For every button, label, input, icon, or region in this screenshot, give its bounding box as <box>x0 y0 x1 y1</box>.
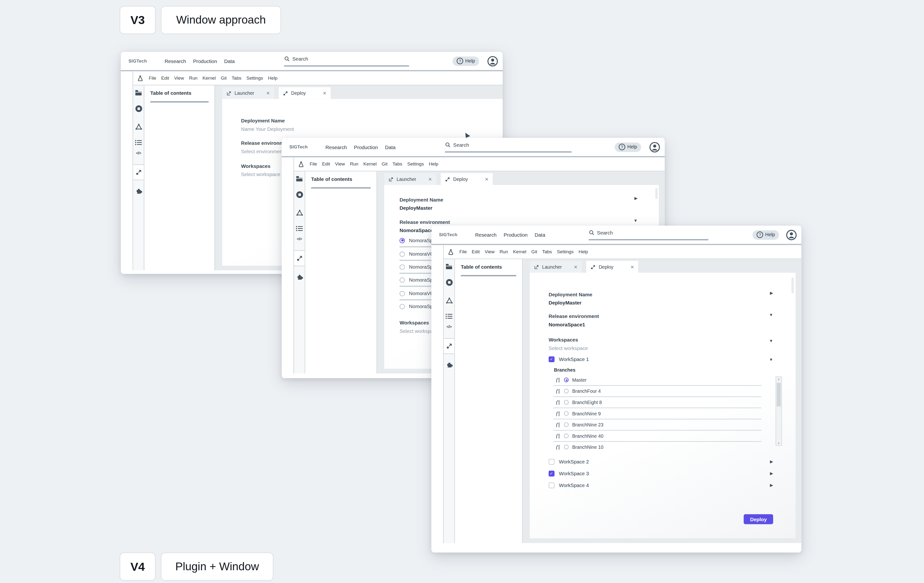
menu-edit[interactable]: Edit <box>472 249 480 254</box>
code-console-icon[interactable]: </> <box>136 151 141 155</box>
tab-launcher-close-icon[interactable]: ✕ <box>574 264 578 269</box>
nav-production[interactable]: Production <box>503 232 528 238</box>
menu-file[interactable]: File <box>149 75 156 81</box>
deployment-name-field[interactable]: Deployment Name Name Your Deployment <box>241 118 294 132</box>
expand-tool-cell[interactable] <box>133 164 144 180</box>
help-button[interactable]: ? Help <box>752 230 779 239</box>
toc-list-icon[interactable] <box>446 313 452 319</box>
workspace-row-2[interactable]: WorkSpace 2 ▶ <box>549 459 773 464</box>
user-avatar[interactable] <box>649 142 660 152</box>
nav-research[interactable]: Research <box>475 232 497 238</box>
checkbox-checked-icon[interactable]: ✓ <box>549 356 554 362</box>
tab-launcher[interactable]: Launcher ✕ <box>530 261 582 273</box>
menu-kernel[interactable]: Kernel <box>202 75 216 81</box>
deployment-collapse-icon[interactable]: ▶ <box>635 196 638 201</box>
workspace-collapse-icon[interactable]: ▶ <box>770 483 773 488</box>
menu-file[interactable]: File <box>459 249 467 254</box>
deployment-name-field[interactable]: Deployment Name DeployMaster <box>549 292 592 305</box>
menu-view[interactable]: View <box>174 75 184 81</box>
running-kernels-icon[interactable] <box>295 191 303 198</box>
checkbox-icon[interactable] <box>549 459 554 464</box>
deploy-button[interactable]: Deploy <box>744 514 773 524</box>
file-browser-icon[interactable] <box>446 264 452 270</box>
tab-launcher-close-icon[interactable]: ✕ <box>266 91 270 96</box>
nav-data[interactable]: Data <box>535 232 545 238</box>
tab-launcher-close-icon[interactable]: ✕ <box>428 176 432 181</box>
file-browser-icon[interactable] <box>296 176 303 182</box>
branches-scrollbar[interactable]: ▲ ▼ <box>776 376 782 446</box>
checkbox-checked-icon[interactable]: ✓ <box>549 471 554 476</box>
code-console-icon[interactable]: </> <box>447 324 452 329</box>
tab-deploy-close-icon[interactable]: ✕ <box>485 176 488 181</box>
nav-research[interactable]: Research <box>325 144 347 150</box>
tab-deploy[interactable]: Deploy ✕ <box>279 87 331 99</box>
menu-edit[interactable]: Edit <box>322 161 330 167</box>
extensions-puzzle-icon[interactable] <box>445 361 453 369</box>
user-avatar[interactable] <box>786 229 797 240</box>
scroll-down-icon[interactable]: ▼ <box>776 442 781 445</box>
nav-data[interactable]: Data <box>224 58 234 64</box>
toc-list-icon[interactable] <box>296 226 303 231</box>
experiment-icon[interactable] <box>135 123 142 130</box>
menu-settings[interactable]: Settings <box>557 249 574 254</box>
menu-tabs[interactable]: Tabs <box>393 161 402 167</box>
extensions-puzzle-icon[interactable] <box>295 273 303 281</box>
workspace-collapse-icon[interactable]: ▶ <box>770 471 773 476</box>
deployment-name-field[interactable]: Deployment Name DeployMaster <box>399 197 443 211</box>
workspace-row-4[interactable]: WorkSpace 4 ▶ <box>549 483 773 488</box>
running-kernels-icon[interactable] <box>135 105 142 112</box>
experiment-icon[interactable] <box>295 209 303 216</box>
tab-deploy[interactable]: Deploy ✕ <box>586 261 639 273</box>
menu-git[interactable]: Git <box>382 161 388 167</box>
menu-kernel[interactable]: Kernel <box>513 249 526 254</box>
panel-scrollbar[interactable] <box>655 188 658 199</box>
file-browser-icon[interactable] <box>135 89 142 96</box>
branch-row[interactable]: BranchNine 23 <box>555 422 604 427</box>
workspace-row-1[interactable]: ✓ WorkSpace 1 ▼ <box>549 356 773 362</box>
environment-expand-icon[interactable]: ▼ <box>634 219 638 223</box>
menu-help[interactable]: Help <box>579 249 588 254</box>
nav-production[interactable]: Production <box>193 58 217 64</box>
menu-settings[interactable]: Settings <box>246 75 263 81</box>
environment-expand-icon[interactable]: ▼ <box>769 313 773 317</box>
workspaces-field[interactable]: Workspaces Select workspace <box>241 163 280 177</box>
help-button[interactable]: ? Help <box>453 56 479 66</box>
workspace-row-3[interactable]: ✓ WorkSpace 3 ▶ <box>549 471 773 476</box>
workspaces-field[interactable]: Workspaces Select workspace <box>549 337 588 351</box>
tab-deploy-close-icon[interactable]: ✕ <box>630 264 634 269</box>
branch-row[interactable]: BranchEight 8 <box>555 399 602 405</box>
menu-run[interactable]: Run <box>500 249 508 254</box>
branch-row[interactable]: BranchFour 4 <box>555 388 601 394</box>
nav-research[interactable]: Research <box>165 58 186 64</box>
menu-git[interactable]: Git <box>531 249 537 254</box>
extensions-puzzle-icon[interactable] <box>135 187 142 195</box>
menu-file[interactable]: File <box>310 161 317 167</box>
workspace-expand-icon[interactable]: ▼ <box>769 357 773 361</box>
deployment-collapse-icon[interactable]: ▶ <box>770 291 773 296</box>
nav-data[interactable]: Data <box>385 144 396 150</box>
tab-launcher[interactable]: Launcher ✕ <box>384 173 436 185</box>
menu-run[interactable]: Run <box>189 75 198 81</box>
branch-row[interactable]: Master <box>555 377 587 383</box>
workspaces-expand-icon[interactable]: ▼ <box>769 339 773 343</box>
tab-deploy-close-icon[interactable]: ✕ <box>323 91 326 96</box>
release-environment-field[interactable]: Release environment NomoraSpace1 <box>549 313 599 327</box>
menu-run[interactable]: Run <box>350 161 358 167</box>
code-console-icon[interactable]: </> <box>297 237 302 241</box>
branches-scroll-thumb[interactable] <box>777 383 780 407</box>
panel-scrollbar[interactable] <box>791 277 794 293</box>
search-input[interactable]: Search <box>284 56 409 67</box>
tab-deploy[interactable]: Deploy ✕ <box>441 173 493 185</box>
menu-help[interactable]: Help <box>429 161 438 167</box>
branch-row[interactable]: BranchNine 10 <box>555 444 604 450</box>
menu-view[interactable]: View <box>335 161 345 167</box>
menu-help[interactable]: Help <box>268 75 277 81</box>
experiment-icon[interactable] <box>445 297 453 304</box>
nav-production[interactable]: Production <box>354 144 378 150</box>
checkbox-icon[interactable] <box>549 483 554 488</box>
toc-list-icon[interactable] <box>135 140 142 145</box>
menu-tabs[interactable]: Tabs <box>232 75 241 81</box>
menu-kernel[interactable]: Kernel <box>363 161 376 167</box>
menu-tabs[interactable]: Tabs <box>542 249 552 254</box>
search-input[interactable]: Search <box>445 142 572 153</box>
